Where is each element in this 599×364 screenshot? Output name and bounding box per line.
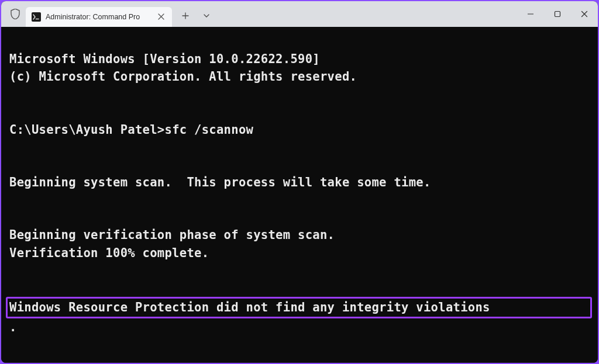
result-line: Windows Resource Protection did not find…: [9, 300, 490, 314]
svg-rect-3: [555, 12, 560, 17]
tab-title: Administrator: Command Pro: [46, 13, 151, 21]
scan-begin-line: Beginning system scan. This process will…: [9, 175, 431, 189]
cmd-tab-icon: [32, 12, 41, 22]
verify-done-line: Verification 100% complete.: [9, 246, 209, 260]
result-highlight: Windows Resource Protection did not find…: [6, 297, 592, 318]
tab-active[interactable]: Administrator: Command Pro: [26, 7, 172, 27]
verify-begin-line: Beginning verification phase of system s…: [9, 228, 335, 242]
new-tab-button[interactable]: [175, 6, 195, 26]
titlebar: Administrator: Command Pro: [1, 1, 598, 27]
prompt-1: C:\Users\Ayush Patel>sfc /scannow: [9, 123, 253, 137]
tab-dropdown-button[interactable]: [197, 6, 216, 26]
prompt-path: C:\Users\Ayush Patel>: [9, 123, 164, 137]
result-trailing-dot: .: [9, 320, 17, 334]
uac-shield-icon: [7, 1, 23, 27]
blank-line: [9, 336, 592, 353]
maximize-button[interactable]: [544, 1, 571, 27]
command-prompt-window: Administrator: Command Pro: [1, 1, 598, 363]
blank-line: [9, 191, 592, 209]
typed-command: sfc /scannow: [164, 123, 253, 137]
close-button[interactable]: [571, 1, 598, 27]
minimize-button[interactable]: [517, 1, 544, 27]
tab-close-button[interactable]: [156, 12, 166, 22]
copyright-line: (c) Microsoft Corporation. All rights re…: [9, 70, 357, 84]
svg-rect-0: [32, 12, 41, 22]
titlebar-left: Administrator: Command Pro: [1, 1, 216, 27]
blank-line: [9, 262, 592, 279]
terminal-output[interactable]: Microsoft Windows [Version 10.0.22622.59…: [1, 27, 598, 363]
window-controls: [517, 1, 598, 27]
version-line: Microsoft Windows [Version 10.0.22622.59…: [9, 52, 320, 66]
blank-line: [9, 85, 592, 103]
blank-line: [9, 138, 592, 156]
